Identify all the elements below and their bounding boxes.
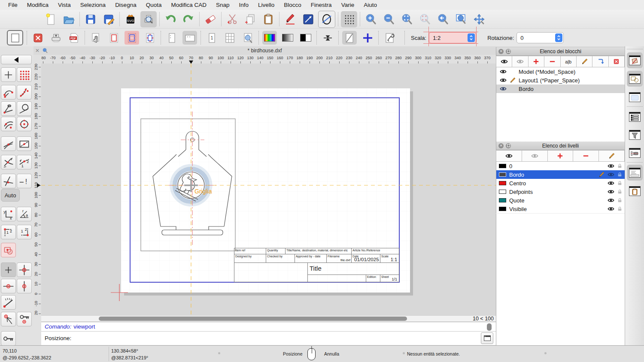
zoom-auto-icon[interactable]: [399, 11, 415, 27]
zoom-previous-icon[interactable]: [435, 11, 451, 27]
block-show-all-button[interactable]: [496, 56, 512, 67]
menu-varie[interactable]: Varie: [337, 2, 359, 8]
zero-free-button[interactable]: [1, 262, 16, 277]
library-browser-icon[interactable]: [627, 52, 643, 68]
console-scrollbar-thumb[interactable]: [487, 323, 492, 331]
snap-perpendicular-button[interactable]: [1, 101, 16, 116]
settings-tools-icon[interactable]: [382, 31, 397, 45]
zero-vertical-button[interactable]: [17, 279, 32, 293]
menu-modifica-cad[interactable]: Modifica CAD: [166, 2, 211, 8]
current-layout-icon[interactable]: [7, 30, 23, 45]
lock-icon[interactable]: [617, 188, 623, 195]
block-edit-button[interactable]: [576, 56, 592, 67]
menu-seleziona[interactable]: Seleziona: [76, 2, 110, 8]
pen-edit-icon[interactable]: [282, 11, 298, 27]
lock-icon[interactable]: [617, 163, 623, 169]
key-lock-button[interactable]: [1, 331, 16, 346]
menu-snap[interactable]: Snap: [211, 2, 234, 8]
paste-icon[interactable]: [260, 11, 276, 27]
eye-icon[interactable]: [608, 205, 614, 212]
block-insert-button[interactable]: [592, 56, 608, 67]
layer-hide-all-button[interactable]: [522, 150, 548, 162]
block-add-button[interactable]: [528, 56, 544, 67]
lock-icon[interactable]: [617, 205, 623, 212]
snap-middle-button[interactable]: [1, 136, 16, 151]
snap-free-button[interactable]: [1, 67, 16, 82]
corner-b-button[interactable]: 12: [17, 225, 32, 239]
eye-icon[interactable]: [500, 77, 507, 84]
export-svg-icon[interactable]: SVG: [122, 11, 139, 27]
lock-relative-zero-button[interactable]: [17, 312, 32, 326]
layer-row-bordo[interactable]: Bordo: [496, 170, 625, 179]
lock-icon[interactable]: [617, 197, 623, 204]
crosshair-icon[interactable]: [360, 31, 375, 45]
coords-cartesian-button[interactable]: yx: [1, 207, 16, 221]
position-input[interactable]: [74, 333, 478, 344]
layer-color-swatch[interactable]: [499, 181, 506, 185]
zoom-pan-icon[interactable]: [471, 11, 487, 27]
draft-mode-icon[interactable]: [342, 31, 357, 45]
eye-icon[interactable]: [608, 171, 614, 178]
block-hide-all-button[interactable]: [512, 56, 528, 67]
filter-icon[interactable]: [627, 127, 643, 143]
ellipse-attributes-icon[interactable]: [318, 11, 335, 28]
layer-add-button[interactable]: [547, 150, 574, 162]
eye-icon[interactable]: [608, 180, 614, 187]
layer-panel-close-icon[interactable]: ✕: [498, 143, 504, 148]
zoom-in-icon[interactable]: [363, 11, 379, 27]
snap-tangent-button[interactable]: [17, 101, 32, 116]
page-portrait-icon[interactable]: [164, 31, 179, 45]
restrict-nothing-button[interactable]: !: [17, 174, 32, 188]
save-as-icon[interactable]: [100, 11, 117, 27]
menu-disegna[interactable]: Disegna: [110, 2, 141, 8]
block-panel-float-icon[interactable]: [506, 49, 511, 54]
block-list-icon[interactable]: [627, 71, 643, 87]
snap-auto-button[interactable]: Auto: [1, 189, 20, 202]
coords-polar-button[interactable]: ra: [17, 207, 32, 221]
layer-color-swatch[interactable]: [499, 198, 506, 202]
clipboard-view-icon[interactable]: [627, 183, 643, 199]
block-remove-button[interactable]: [544, 56, 560, 67]
snap-center-button[interactable]: [17, 117, 32, 131]
angle-gauge-button[interactable]: [1, 295, 16, 310]
menu-livello[interactable]: Livello: [253, 2, 279, 8]
blackwhite-mode-icon[interactable]: [298, 31, 313, 45]
layer-color-swatch[interactable]: [499, 164, 506, 168]
snap-intersection-manual-button[interactable]: 12: [17, 155, 32, 169]
back-button[interactable]: [1, 55, 32, 64]
restrict-orthogonal-button[interactable]: [1, 174, 16, 188]
single-page-icon[interactable]: 1: [204, 31, 219, 45]
menu-aiuto[interactable]: Aiuto: [359, 2, 382, 8]
layer-row-quote[interactable]: Quote: [496, 196, 625, 205]
page-border-icon[interactable]: [106, 31, 121, 45]
layer-remove-button[interactable]: [573, 150, 599, 162]
layer-panel-float-icon[interactable]: [506, 143, 511, 148]
delete-entities-icon[interactable]: [202, 11, 219, 27]
menu-vista[interactable]: Vista: [53, 2, 76, 8]
open-file-icon[interactable]: [61, 11, 77, 27]
undo-icon[interactable]: [162, 11, 179, 27]
entity-list-icon[interactable]: [627, 109, 643, 125]
layer-show-all-button[interactable]: [496, 150, 522, 162]
view-projector-icon[interactable]: [627, 145, 643, 161]
drag-page-icon[interactable]: [88, 31, 103, 45]
console-window-button[interactable]: [481, 332, 493, 344]
menu-file[interactable]: File: [3, 2, 22, 8]
snap-grid-button[interactable]: [17, 67, 32, 82]
block-row-bordo[interactable]: Bordo: [496, 84, 625, 93]
zoom-window-icon[interactable]: [453, 11, 469, 27]
grayscale-mode-icon[interactable]: [280, 31, 295, 45]
menu-info[interactable]: Info: [234, 2, 254, 8]
zero-target-button[interactable]: [17, 262, 32, 277]
grid-toggle-icon[interactable]: [341, 11, 357, 27]
menu-modifica[interactable]: Modifica: [22, 2, 53, 8]
layer-row-defpoints[interactable]: Defpoints: [496, 187, 625, 196]
save-icon[interactable]: [82, 11, 99, 27]
multi-page-icon[interactable]: [222, 31, 237, 45]
scale-combo[interactable]: 1:2: [429, 32, 476, 43]
horizontal-scrollbar-thumb[interactable]: [99, 317, 407, 321]
block-rename-button[interactable]: a|b: [560, 56, 577, 67]
layer-row-visibile[interactable]: Visibile: [496, 205, 625, 213]
export-pdf-icon[interactable]: PDF: [67, 31, 81, 45]
command-window-icon[interactable]: [627, 165, 643, 181]
